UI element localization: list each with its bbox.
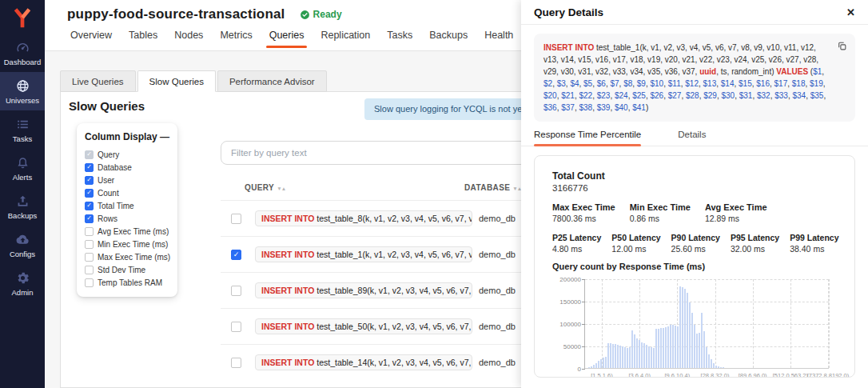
sidebar-item-backups[interactable]: Backups [0,187,45,226]
column-option-label: Temp Tables RAM [98,278,162,287]
exec-time-stats: Max Exec Time7800.36 msMin Exec Time0.86… [552,202,837,223]
details-tab-details[interactable]: Details [678,130,706,146]
sidebar: DashboardUniversesTasksAlertsBackupsConf… [0,0,45,388]
sidebar-item-label: Admin [12,288,34,297]
histogram-bar [631,330,633,368]
checkbox[interactable] [85,240,94,249]
tab-overview[interactable]: Overview [67,30,115,48]
check-circle-icon [300,10,310,20]
checkbox[interactable]: ✓ [85,214,94,223]
column-option-count[interactable]: ✓Count [85,186,169,199]
total-count-label: Total Count [552,170,837,182]
query-cell[interactable]: INSERT INTO test_table_8(k, v1, v2, v3, … [255,210,472,226]
row-checkbox[interactable] [231,286,241,296]
sidebar-item-dashboard[interactable]: Dashboard [0,34,45,72]
sidebar-item-tasks[interactable]: Tasks [0,110,45,149]
row-checkbox[interactable] [231,322,241,332]
sql-param: $2 [543,79,552,88]
row-checkbox[interactable] [231,214,241,224]
latency-stats: P25 Latency4.80 msP50 Latency12.00 msP90… [552,233,837,254]
column-display-title: Column Display [85,131,157,142]
column-header-database[interactable]: DATABASE▼▲ [464,183,521,192]
x-tick-label: [9.6,10.4) [664,372,690,378]
collapse-minus-icon[interactable]: — [160,133,169,141]
gridline-x [829,279,830,368]
row-checkbox[interactable] [231,358,241,368]
status-badge: Ready [300,9,342,20]
query-filter-input[interactable] [221,141,564,165]
column-option-max-exec-time-ms[interactable]: Max Exec Time (ms) [85,250,169,263]
sort-icon[interactable]: ▼▲ [512,186,521,191]
sidebar-item-configs[interactable]: Configs [0,226,45,264]
sql-param: $9 [637,79,646,88]
column-header-query[interactable]: QUERY▼▲ [245,183,285,192]
query-cell[interactable]: INSERT INTO test_table_1(k, v1, v2, v3, … [255,246,472,262]
query-cell[interactable]: INSERT INTO test_table_50(k, v1, v2, v3,… [255,318,472,334]
tab-tables[interactable]: Tables [125,30,161,48]
query-details-panel: Query Details ✕ INSERT INTO test_table_1… [521,0,868,388]
histogram: 200000150000100000500000[1.5,1.6)[3.6,4.… [552,278,837,378]
checkbox[interactable]: ✓ [85,202,94,210]
sql-param: $4 [570,79,579,88]
sidebar-nav: DashboardUniversesTasksAlertsBackupsConf… [0,34,45,302]
tab-replication[interactable]: Replication [317,30,373,48]
checkbox[interactable]: ✓ [85,163,94,172]
column-option-database[interactable]: ✓Database [85,161,169,174]
subtab-performance-advisor[interactable]: Performance Advisor [217,70,327,92]
tab-metrics[interactable]: Metrics [217,30,255,48]
checkbox[interactable]: ✓ [85,176,94,185]
column-option-user[interactable]: ✓User [85,174,169,186]
y-tick-label: 0 [578,366,581,373]
sidebar-item-alerts[interactable]: Alerts [0,149,45,187]
details-tab-response-time-percentile[interactable]: Response Time Percentile [534,130,641,146]
query-cell[interactable]: INSERT INTO test_table_89(k, v1, v2, v3,… [255,282,472,298]
sql-param: $22 [579,91,593,100]
histogram-bar [667,326,669,368]
column-option-total-time[interactable]: ✓Total Time [85,199,169,212]
tab-backups[interactable]: Backups [426,30,471,48]
histogram-bars [588,286,724,368]
histogram-bar [603,358,604,368]
checkbox[interactable] [85,227,94,236]
checkbox[interactable] [85,278,94,287]
histogram-bar [591,366,592,368]
column-option-std-dev-time[interactable]: Std Dev Time [85,263,169,276]
sql-keyword: INSERT INTO [261,322,314,331]
close-icon[interactable]: ✕ [846,6,855,18]
stat-p90-latency: P90 Latency25.60 ms [671,233,720,254]
tab-queries[interactable]: Queries [266,30,308,48]
column-option-temp-tables-ram[interactable]: Temp Tables RAM [85,276,169,289]
sidebar-item-universes[interactable]: Universes [0,72,45,110]
checkbox[interactable]: ✓ [85,189,94,198]
sort-icon[interactable]: ▼▲ [277,186,285,191]
column-option-min-exec-time-ms[interactable]: Min Exec Time (ms) [85,238,169,250]
column-option-avg-exec-time-ms[interactable]: Avg Exec Time (ms) [85,225,169,238]
tab-health[interactable]: Health [481,30,516,48]
histogram-bar [699,333,700,368]
subtab-live-queries[interactable]: Live Queries [60,70,136,92]
tab-tasks[interactable]: Tasks [384,30,416,48]
histogram-bar [682,287,683,368]
sidebar-item-admin[interactable]: Admin [0,264,45,302]
checkbox[interactable]: ✓ [85,150,94,159]
sql-param: $8 [623,79,632,88]
row-checkbox[interactable]: ✓ [231,250,241,260]
sql-param: $13 [703,79,717,88]
stat-value: 12.00 ms [611,244,660,254]
histogram-bar [655,329,657,368]
histogram-bar [703,331,705,368]
tab-nodes[interactable]: Nodes [171,30,206,48]
column-option-rows[interactable]: ✓Rows [85,212,169,225]
checkbox[interactable] [85,253,94,262]
histogram-bar [684,289,686,368]
histogram-plot: 200000150000100000500000[1.5,1.6)[3.6,4.… [584,279,829,369]
copy-icon[interactable] [837,41,847,51]
checkbox[interactable] [85,266,94,274]
column-option-query[interactable]: ✓Query [85,148,169,161]
sql-param: $7 [610,79,619,88]
sql-param: $28 [686,91,699,100]
yugabyte-logo-icon [10,6,34,30]
subtab-slow-queries[interactable]: Slow Queries [137,70,216,92]
x-tick-label: [512.0,563.2) [773,372,808,378]
query-cell[interactable]: INSERT INTO test_table_14(k, v1, v2, v3,… [255,354,472,370]
